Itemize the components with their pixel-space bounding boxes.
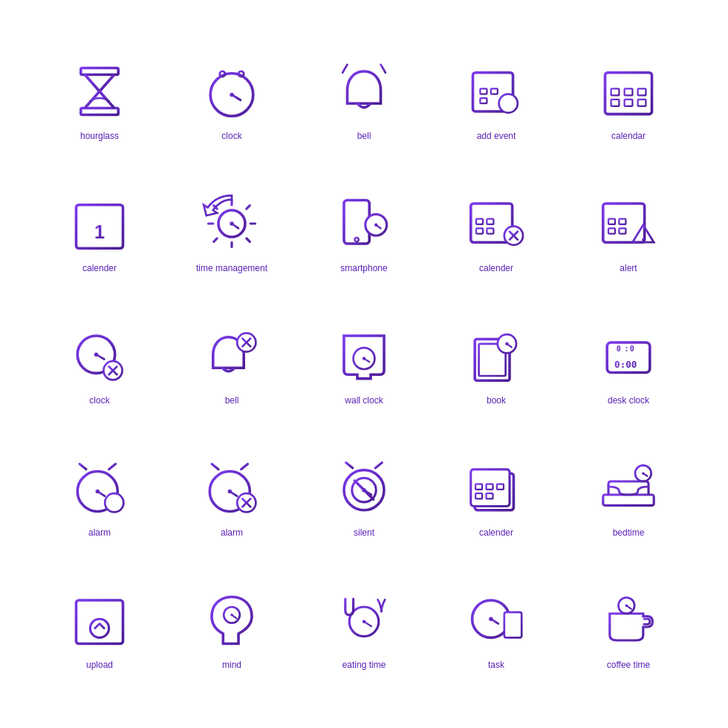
svg-line-127 [375,463,382,468]
bell-label: bell [357,131,371,141]
clock-x-label: clock [89,395,109,406]
svg-rect-65 [608,228,615,233]
smartphone-icon [331,190,397,257]
eating-time-icon [331,587,397,654]
svg-rect-16 [491,88,498,94]
bedtime-icon [595,455,662,521]
svg-line-126 [346,463,353,468]
bell-icon [331,58,397,125]
desk-clock-label: desk clock [608,395,649,406]
svg-point-85 [363,357,366,360]
icon-cell-bell: bell [302,37,426,162]
svg-point-107 [96,490,100,493]
task-icon [463,587,530,654]
icon-cell-desk-clock: 0 : 0 0:00 desk clock [566,302,691,426]
svg-text:0: 0 [617,345,621,353]
coffee-time-icon [595,587,662,654]
icon-cell-calender-1: 1 calender [37,169,162,294]
svg-point-94 [505,342,509,346]
svg-rect-25 [611,88,620,95]
book-label: book [487,395,506,406]
svg-rect-29 [625,100,633,106]
upload-icon [66,587,133,654]
icon-cell-clock: clock [169,37,294,162]
svg-point-72 [94,353,98,357]
svg-rect-52 [476,219,483,224]
time-management-icon [198,190,265,257]
svg-rect-63 [608,219,615,224]
time-management-label: time management [196,263,267,273]
icon-cell-wall-clock: wall clock [302,302,426,426]
svg-rect-141 [603,495,654,505]
svg-line-108 [79,464,86,469]
coffee-time-label: coffee time [607,660,650,670]
svg-point-162 [363,620,366,624]
icon-cell-mind: mind [169,566,294,691]
eating-time-label: eating time [342,660,386,670]
alert-label: alert [620,263,637,273]
clock-icon [198,58,265,125]
silent-label: silent [354,527,374,538]
svg-text:0: 0 [630,345,634,353]
svg-line-109 [109,464,116,469]
icon-cell-calender-stack: calender [434,434,559,559]
calender-1-icon: 1 [66,190,133,257]
icon-grid: hourglass clock bell [22,22,706,706]
calendar-label: calendar [611,131,646,141]
svg-rect-53 [487,219,493,224]
icon-cell-task: task [434,566,559,691]
icon-cell-book: book [434,302,559,426]
svg-rect-66 [619,228,625,233]
calender-x-label: calender [479,263,513,273]
svg-point-43 [354,238,358,241]
icon-cell-alarm-x: alarm [169,434,294,559]
task-label: task [488,660,504,670]
hourglass-label: hourglass [80,131,119,141]
add-event-icon [463,58,530,125]
clock-label: clock [221,131,241,141]
svg-rect-54 [476,228,483,233]
svg-rect-30 [638,100,646,106]
book-icon [463,322,530,389]
wall-clock-icon [331,322,397,389]
icon-cell-eating-time: eating time [302,566,426,691]
svg-point-116 [228,490,232,493]
alarm-x-icon [198,455,265,521]
svg-rect-64 [619,219,625,224]
alarm-plus-label: alarm [88,527,111,538]
svg-point-39 [230,221,233,225]
svg-point-68 [642,238,645,241]
icon-cell-hourglass: hourglass [37,37,162,162]
icon-cell-upload: upload [37,566,162,691]
icon-cell-calender-x: calender [434,169,559,294]
calender-1-label: calender [82,263,117,273]
icon-cell-smartphone: smartphone [302,169,426,294]
calender-x-icon [463,190,530,257]
svg-point-145 [642,472,645,475]
icon-cell-bell-x: bell [169,302,294,426]
bedtime-label: bedtime [613,527,645,538]
svg-point-5 [220,71,225,77]
bell-x-label: bell [225,395,239,406]
svg-text::: : [625,345,629,353]
mind-label: mind [222,660,241,670]
alert-icon [595,190,662,257]
add-event-label: add event [477,131,516,141]
svg-point-47 [374,224,378,227]
upload-label: upload [86,660,113,670]
icon-cell-time-management: time management [169,169,294,294]
bell-x-icon [198,322,265,389]
silent-icon [331,455,397,521]
svg-point-9 [230,93,233,97]
wall-clock-label: wall clock [345,395,383,406]
svg-rect-27 [638,88,646,95]
svg-rect-55 [487,228,493,233]
icon-cell-alarm-plus: alarm [37,434,162,559]
svg-point-6 [238,71,244,77]
calender-stack-icon [463,455,530,521]
alarm-x-label: alarm [221,527,243,538]
svg-rect-26 [625,88,633,95]
svg-point-179 [625,604,628,607]
hourglass-icon [66,58,133,125]
icon-cell-add-event: add event [434,37,559,162]
